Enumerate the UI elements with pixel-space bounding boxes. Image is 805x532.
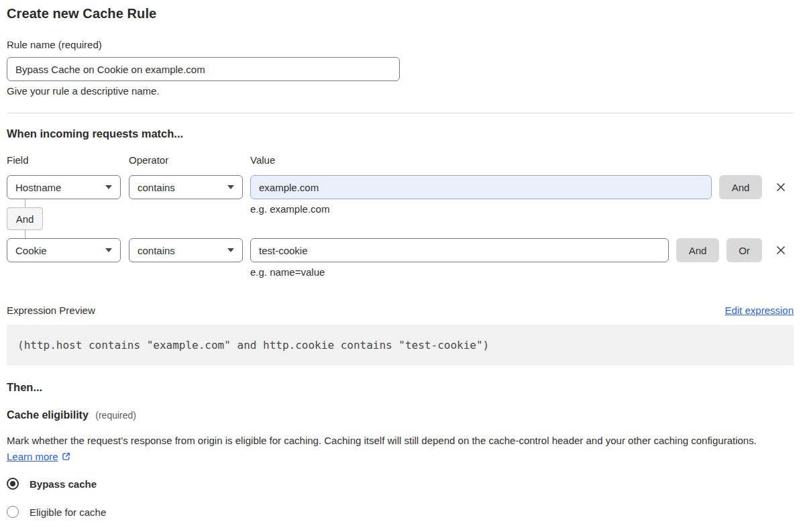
connector-and-button[interactable]: And [7,207,43,230]
value-input-row2[interactable] [250,238,669,262]
cache-eligibility-required-tag: (required) [95,410,136,421]
rule-name-label: Rule name (required) [7,39,102,50]
match-heading: When incoming requests match... [7,127,183,140]
column-label-operator: Operator [129,154,168,166]
radio-bypass-cache-label[interactable]: Bypass cache [30,478,97,490]
add-and-condition-button-row2[interactable]: And [676,238,719,262]
expression-preview-label: Expression Preview [7,305,95,316]
rule-name-input[interactable] [7,57,400,81]
field-select-row2[interactable]: Cookie [7,238,121,262]
value-hint-row2: e.g. name=value [250,266,325,278]
operator-select-row2[interactable]: contains [129,238,243,262]
radio-eligible-for-cache[interactable] [7,506,19,518]
add-and-condition-button-row1[interactable]: And [719,175,762,199]
expression-code-block: (http.host contains "example.com" and ht… [7,325,794,366]
column-label-value: Value [250,154,275,166]
external-link-icon[interactable] [61,451,71,462]
value-input-row1[interactable] [250,175,712,199]
expression-code-text: (http.host contains "example.com" and ht… [17,339,489,352]
operator-select-row1[interactable]: contains [129,175,243,199]
then-heading: Then... [7,381,42,394]
chevron-down-icon [105,185,112,189]
rule-name-help: Give your rule a descriptive name. [7,85,160,97]
learn-more-link[interactable]: Learn more [7,451,58,462]
cache-eligibility-description-text: Mark whether the request’s response from… [7,435,757,446]
remove-condition-button-row2[interactable] [773,242,789,258]
operator-select-row2-value: contains [138,245,175,256]
connector-line-bottom [25,230,25,238]
page-title: Create new Cache Rule [7,6,156,21]
value-hint-row1: e.g. example.com [250,203,329,215]
section-divider [7,113,794,113]
field-select-row1-value: Hostname [15,182,61,193]
column-label-field: Field [7,154,29,166]
chevron-down-icon [227,248,234,252]
add-or-condition-button-row2[interactable]: Or [727,238,762,262]
connector-line-top [25,199,25,207]
edit-expression-link[interactable]: Edit expression [724,305,794,316]
x-icon [775,245,786,256]
radio-bypass-cache[interactable] [7,478,19,490]
chevron-down-icon [105,248,112,252]
operator-select-row1-value: contains [138,182,175,193]
cache-eligibility-description: Mark whether the request’s response from… [7,433,785,465]
x-icon [775,182,786,193]
field-select-row2-value: Cookie [15,245,47,256]
radio-selected-dot [10,481,15,486]
radio-eligible-for-cache-label[interactable]: Eligible for cache [30,507,106,518]
cache-eligibility-heading: Cache eligibility [7,409,89,421]
chevron-down-icon [227,185,234,189]
remove-condition-button-row1[interactable] [773,179,789,195]
field-select-row1[interactable]: Hostname [7,175,121,199]
